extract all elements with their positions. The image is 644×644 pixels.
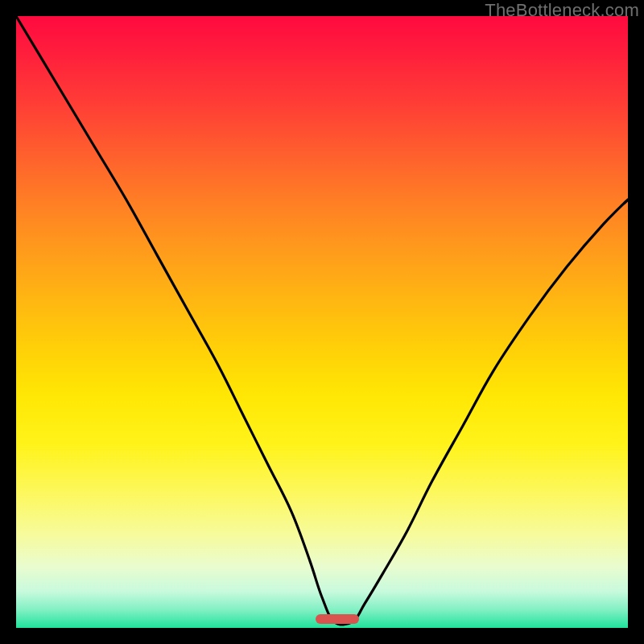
curve-path (16, 16, 628, 625)
chart-stage: TheBottleneck.com (0, 0, 644, 644)
plot-area (16, 16, 628, 628)
minimum-marker (316, 614, 358, 624)
bottleneck-curve (16, 16, 628, 628)
